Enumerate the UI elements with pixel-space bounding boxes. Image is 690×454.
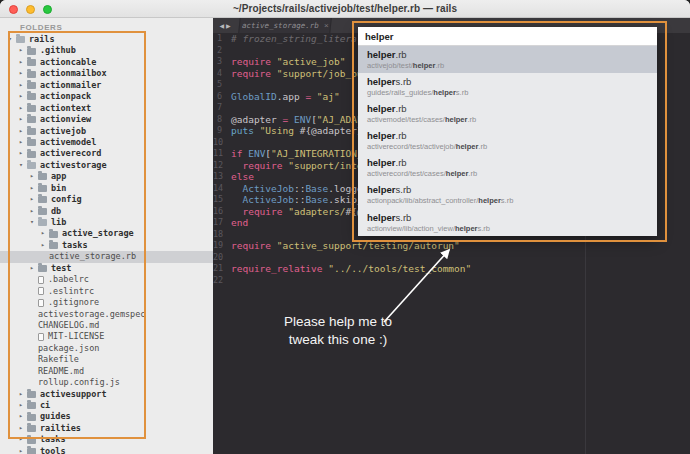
tree-row[interactable]: ▸app	[0, 171, 213, 182]
result-item[interactable]: helpers.rbguides/rails_guides/helpers.rb	[358, 73, 657, 100]
disclosure-icon[interactable]: ▸	[19, 114, 27, 125]
tab-active-storage[interactable]: active_storage.rb ×	[238, 18, 332, 33]
quick-open-input[interactable]	[358, 27, 657, 46]
disclosure-icon[interactable]: ▸	[30, 171, 38, 182]
disclosure-icon[interactable]: ▸	[19, 400, 27, 411]
disclosure-icon[interactable]: ▾	[19, 160, 27, 171]
disclosure-icon[interactable]: ▸	[19, 423, 27, 434]
result-item[interactable]: helpers.rbactionpack/lib/abstract_contro…	[358, 181, 657, 208]
tree-row-label: activestorage.gemspec	[38, 309, 145, 320]
disclosure-icon[interactable]: ▸	[19, 57, 27, 68]
tree-row[interactable]: MIT-LICENSE	[0, 331, 213, 342]
tree-row[interactable]: ▸bin	[0, 183, 213, 194]
code-line-text: puts "Using #{@adapter}"	[231, 125, 368, 137]
close-window-button[interactable]	[9, 5, 18, 14]
tree-row-label: actiontext	[40, 103, 91, 114]
disclosure-icon[interactable]: ▸	[19, 45, 27, 56]
tree-row-label: rails	[29, 34, 55, 45]
tree-row-label: tasks	[40, 434, 66, 445]
tree-row[interactable]: active_storage.rb	[0, 251, 213, 262]
result-item[interactable]: helpers.rbactionview/lib/action_view/hel…	[358, 209, 657, 236]
disclosure-icon[interactable]: ▸	[19, 434, 27, 445]
disclosure-icon[interactable]: ▸	[30, 183, 38, 194]
tree-row[interactable]: README.md	[0, 366, 213, 377]
tree-row[interactable]: ▸actionmailer	[0, 80, 213, 91]
disclosure-icon[interactable]: ▸	[41, 240, 49, 251]
tree-row-label: railties	[40, 423, 81, 434]
disclosure-icon[interactable]: ▸	[41, 228, 49, 239]
folder-icon	[27, 59, 36, 66]
code-line[interactable]: 21require_relative "../../tools/test_com…	[213, 263, 690, 275]
disclosure-icon[interactable]: ▸	[19, 137, 27, 148]
folder-icon	[38, 185, 47, 192]
tree-row[interactable]: .eslintrc	[0, 286, 213, 297]
file-icon	[38, 276, 44, 284]
disclosure-icon[interactable]: ▸	[30, 263, 38, 274]
tree-row[interactable]: ▸db	[0, 206, 213, 217]
disclosure-icon[interactable]: ▸	[19, 91, 27, 102]
nav-back-icon[interactable]: ◀	[219, 22, 224, 29]
tree-row[interactable]: ▸tasks	[0, 240, 213, 251]
tab-close-icon[interactable]: ×	[324, 22, 329, 30]
sidebar: FOLDERS ▾rails▸.github▸actioncable▸actio…	[0, 18, 213, 454]
tree-row[interactable]: ▸actionview	[0, 114, 213, 125]
tree-row-label: config	[51, 194, 82, 205]
tree-row[interactable]: ▸tools	[0, 446, 213, 454]
tree-row[interactable]: ▾rails	[0, 34, 213, 45]
code-line[interactable]: 19require "active_support/testing/autoru…	[213, 240, 690, 252]
tree-row[interactable]: ▸actioncable	[0, 57, 213, 68]
disclosure-icon[interactable]: ▸	[19, 148, 27, 159]
code-line[interactable]: 22	[213, 275, 690, 287]
tree-row[interactable]: ▾activestorage	[0, 160, 213, 171]
disclosure-icon[interactable]: ▾	[30, 217, 38, 228]
tree-row[interactable]: ▸actionmailbox	[0, 68, 213, 79]
disclosure-icon[interactable]: ▸	[19, 411, 27, 422]
tree-row[interactable]: activestorage.gemspec	[0, 309, 213, 320]
disclosure-icon[interactable]: ▸	[19, 126, 27, 137]
line-number: 1	[213, 33, 231, 45]
tree-row[interactable]: ▸activemodel	[0, 137, 213, 148]
tree-row[interactable]: ▸railties	[0, 423, 213, 434]
result-path: actionpack/lib/abstract_controller/helpe…	[367, 196, 648, 206]
disclosure-icon[interactable]: ▾	[8, 34, 16, 45]
tree-row[interactable]: ▸activesupport	[0, 389, 213, 400]
tree-row[interactable]: ▸ci	[0, 400, 213, 411]
result-item[interactable]: helper.rbactivemodel/test/cases/helper.r…	[358, 100, 657, 127]
code-line[interactable]: 20	[213, 252, 690, 264]
folder-icon	[38, 219, 47, 226]
tree-row[interactable]: ▸guides	[0, 411, 213, 422]
tree-row-label: activemodel	[40, 137, 96, 148]
tree-row[interactable]: ▸test	[0, 263, 213, 274]
disclosure-icon[interactable]: ▸	[19, 68, 27, 79]
tree-row[interactable]: ▸active_storage	[0, 228, 213, 239]
tree-row[interactable]: .gitignore	[0, 297, 213, 308]
tree-row[interactable]: ▸config	[0, 194, 213, 205]
minimize-window-button[interactable]	[26, 5, 35, 14]
disclosure-icon[interactable]: ▸	[30, 206, 38, 217]
tree-row[interactable]: CHANGELOG.md	[0, 320, 213, 331]
disclosure-icon[interactable]: ▸	[19, 80, 27, 91]
tree-row[interactable]: rollup.config.js	[0, 377, 213, 388]
disclosure-icon[interactable]: ▸	[30, 194, 38, 205]
tree-row[interactable]: package.json	[0, 343, 213, 354]
tree-row[interactable]: ▸activerecord	[0, 148, 213, 159]
zoom-window-button[interactable]	[43, 5, 52, 14]
result-item[interactable]: helper.rbactiverecord/test/cases/helper.…	[358, 154, 657, 181]
tree-row[interactable]: .babelrc	[0, 274, 213, 285]
result-item[interactable]: helper.rbactiverecord/test/activejob/hel…	[358, 127, 657, 154]
line-number: 11	[213, 148, 231, 160]
tree-row[interactable]: ▸activejob	[0, 126, 213, 137]
disclosure-icon[interactable]: ▸	[19, 389, 27, 400]
tree-row[interactable]: Rakefile	[0, 354, 213, 365]
tree-row[interactable]: ▸tasks	[0, 434, 213, 445]
tree-row[interactable]: ▸actionpack	[0, 91, 213, 102]
tree-row[interactable]: ▸.github	[0, 45, 213, 56]
result-item[interactable]: helper.rbactivejob/test/helper.rb	[358, 46, 657, 73]
file-icon	[38, 287, 44, 295]
nav-forward-icon[interactable]: ▶	[226, 22, 231, 29]
tree-row[interactable]: ▸actiontext	[0, 103, 213, 114]
tree-row[interactable]: ▾lib	[0, 217, 213, 228]
disclosure-icon[interactable]: ▸	[19, 103, 27, 114]
folder-icon	[38, 173, 47, 180]
disclosure-icon[interactable]: ▸	[19, 446, 27, 454]
